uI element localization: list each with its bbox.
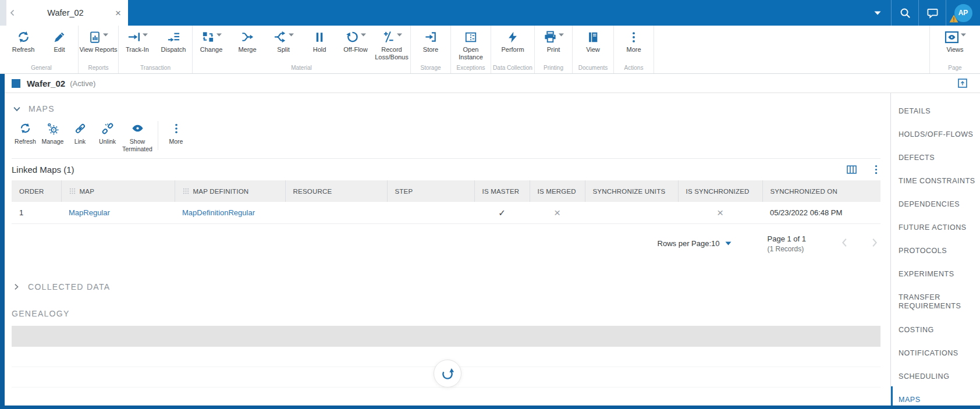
views-button[interactable]: Views [938,27,972,63]
sidebar-item-costing[interactable]: COSTING [899,326,977,349]
tab-close-icon[interactable]: × [113,7,123,19]
tab-title: Wafer_02 [18,8,113,17]
map-definition-link[interactable]: MapDefinitionRegular [182,208,255,217]
search-icon[interactable] [892,0,918,26]
ribbon-group-printing: Print Printing [535,26,573,73]
button-label: Refresh [15,138,36,145]
lightning-bolt-icon [506,31,519,44]
column-header-synchronize-units[interactable]: SYNCHRONIZE UNITS [585,180,678,202]
ribbon-group-documents: View Documents [573,26,614,73]
track-in-arrow-icon [127,30,141,44]
maps-unlink-button[interactable]: Unlink [94,121,121,145]
merge-arrows-icon [241,30,254,44]
ribbon-group-transaction: Track-In Dispatch Transaction [119,26,193,73]
maps-link-button[interactable]: Link [66,121,94,145]
column-header-is-merged[interactable]: IS MERGED [530,180,585,202]
button-label: Open Instance [452,46,490,61]
view-reports-button[interactable]: View Reports [79,27,118,63]
maps-manage-button[interactable]: Manage [39,121,66,145]
maps-more-button[interactable]: More [162,121,190,145]
column-header-step[interactable]: STEP [387,180,474,202]
cell-map-definition: MapDefinitionRegular [175,202,285,223]
cell-is-master: ✓ [474,202,530,223]
split-button[interactable]: Split [265,27,301,63]
page-tab[interactable]: Wafer_02 × [6,0,128,26]
sidebar-item-scheduling[interactable]: SCHEDULING [899,372,977,396]
button-label: View Reports [79,46,117,54]
previous-page-icon[interactable] [839,236,851,251]
title-bar: Wafer_02 (Active) [0,74,980,93]
report-chart-icon [88,31,101,44]
column-header-resource[interactable]: RESOURCE [285,180,387,202]
kebab-menu-icon[interactable] [872,164,880,175]
map-link[interactable]: MapRegular [69,208,110,217]
column-chooser-icon[interactable] [846,164,858,175]
grip-dots-icon[interactable] [69,188,76,194]
merge-button[interactable]: Merge [229,27,265,63]
open-instance-button[interactable]: Open Instance [452,27,490,63]
next-page-icon[interactable] [868,236,880,251]
expand-icon[interactable] [958,79,967,88]
right-sidebar: DETAILS HOLDS/OFF-FLOWS DEFECTS TIME CON… [890,93,980,406]
store-button[interactable]: Store [411,27,450,63]
button-label: Unlink [99,138,116,145]
sidebar-item-details[interactable]: DETAILS [899,107,977,130]
dispatch-list-icon [167,30,180,44]
printer-icon [544,30,557,44]
sidebar-item-protocols[interactable]: PROTOCOLS [899,247,977,270]
off-flow-button[interactable]: Off-Flow [338,27,374,63]
avatar[interactable]: AP [954,4,972,22]
perform-button[interactable]: Perform [492,27,534,63]
more-button[interactable]: More [615,27,653,63]
sidebar-item-experiments[interactable]: EXPERIMENTS [899,270,977,293]
chat-icon[interactable] [919,0,946,26]
track-in-button[interactable]: Track-In [119,27,155,63]
column-header-is-synchronized[interactable]: IS SYNCHRONIZED [678,180,762,202]
back-chevron-icon[interactable] [8,8,18,18]
sidebar-item-dependencies[interactable]: DEPENDENCIES [899,200,977,223]
grip-dots-icon[interactable] [183,188,189,194]
cell-is-synchronized: × [678,202,762,223]
column-header-is-master[interactable]: IS MASTER [474,180,530,202]
topbar-dropdown-chevron-icon[interactable] [864,0,891,26]
maps-section-header[interactable]: MAPS [12,104,890,114]
genealogy-toolbar-placeholder [12,326,880,347]
button-label: Record Loss/Bonus [374,46,410,61]
sidebar-item-defects[interactable]: DEFECTS [899,154,977,177]
maps-show-terminated-button[interactable]: Show Terminated [121,121,154,153]
button-label: Print [547,46,560,54]
gears-icon [47,122,59,135]
records-count: (1 Records) [768,245,807,253]
hold-button[interactable]: Hold [301,27,338,63]
button-label: Track-In [126,46,149,54]
sidebar-item-time-constraints[interactable]: TIME CONSTRAINTS [899,177,977,200]
sidebar-item-holds-off-flows[interactable]: HOLDS/OFF-FLOWS [899,130,977,154]
column-header-synchronized-on[interactable]: SYNCHRONIZED ON [762,180,880,202]
sidebar-item-notifications[interactable]: NOTIFICATIONS [899,349,977,372]
print-button[interactable]: Print [535,27,571,63]
sidebar-item-transfer-requirements[interactable]: TRANSFER REQUIREMENTS [899,293,977,326]
ribbon-group-label: Actions [615,63,653,73]
ribbon-group-label: General [5,63,77,73]
checkmark-icon: ✓ [498,208,506,218]
rows-per-page-select[interactable]: Rows per Page:10 [658,239,732,248]
sidebar-item-maps[interactable]: MAPS [899,396,977,406]
column-header-map-definition[interactable]: MAP DEFINITION [175,180,285,202]
refresh-button[interactable]: Refresh [5,27,41,63]
column-header-map[interactable]: MAP [61,180,175,202]
dispatch-button[interactable]: Dispatch [155,27,191,63]
maps-refresh-button[interactable]: Refresh [12,121,39,145]
button-label: More [169,138,183,145]
main-content: MAPS Refresh Manage Link Unlink Show [0,93,890,406]
change-button[interactable]: Change [193,27,229,63]
column-header-order[interactable]: ORDER [12,180,61,202]
collected-data-section-header[interactable]: COLLECTED DATA [12,282,890,291]
tab-strip [0,0,6,26]
button-label: Change [200,46,223,54]
edit-button[interactable]: Edit [41,27,77,63]
ribbon-group-label: Exceptions [452,63,490,73]
view-button[interactable]: View [573,27,613,63]
ribbon-group-label: Page [938,63,972,73]
sidebar-item-future-actions[interactable]: FUTURE ACTIONS [899,223,977,247]
record-loss-bonus-button[interactable]: Record Loss/Bonus [374,27,410,63]
